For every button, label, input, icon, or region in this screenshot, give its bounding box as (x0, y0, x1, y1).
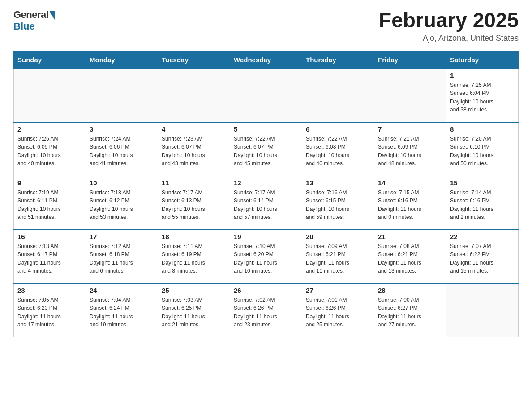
calendar-cell (230, 68, 302, 122)
day-info: Sunrise: 7:20 AM Sunset: 6:10 PM Dayligh… (450, 135, 515, 168)
day-info: Sunrise: 7:03 AM Sunset: 6:25 PM Dayligh… (162, 296, 226, 329)
day-info: Sunrise: 7:13 AM Sunset: 6:17 PM Dayligh… (17, 242, 82, 275)
day-number: 28 (378, 287, 442, 294)
day-number: 2 (17, 125, 82, 133)
calendar-cell (446, 283, 519, 337)
day-info: Sunrise: 7:17 AM Sunset: 6:14 PM Dayligh… (234, 188, 298, 222)
day-number: 16 (17, 233, 82, 240)
calendar-cell: 15Sunrise: 7:14 AM Sunset: 6:16 PM Dayli… (446, 176, 519, 230)
calendar-cell: 6Sunrise: 7:22 AM Sunset: 6:08 PM Daylig… (302, 122, 374, 176)
day-info: Sunrise: 7:21 AM Sunset: 6:09 PM Dayligh… (378, 135, 442, 168)
day-info: Sunrise: 7:09 AM Sunset: 6:21 PM Dayligh… (306, 242, 370, 275)
day-number: 22 (450, 233, 515, 240)
calendar-cell: 2Sunrise: 7:25 AM Sunset: 6:05 PM Daylig… (14, 122, 86, 176)
day-number: 10 (90, 179, 154, 187)
day-number: 4 (162, 125, 226, 133)
day-number: 1 (450, 72, 515, 79)
day-number: 6 (306, 125, 370, 133)
calendar-cell: 18Sunrise: 7:11 AM Sunset: 6:19 PM Dayli… (158, 230, 230, 283)
calendar-week-row: 1Sunrise: 7:25 AM Sunset: 6:04 PM Daylig… (14, 68, 519, 122)
day-number: 8 (450, 125, 515, 133)
logo-blue-text: Blue (13, 21, 35, 32)
calendar-week-row: 16Sunrise: 7:13 AM Sunset: 6:17 PM Dayli… (14, 230, 519, 283)
day-number: 24 (90, 287, 154, 294)
day-number: 15 (450, 179, 515, 187)
calendar-cell: 20Sunrise: 7:09 AM Sunset: 6:21 PM Dayli… (302, 230, 374, 283)
day-info: Sunrise: 7:04 AM Sunset: 6:24 PM Dayligh… (90, 296, 154, 329)
weekday-header-wednesday: Wednesday (230, 51, 302, 68)
day-info: Sunrise: 7:25 AM Sunset: 6:04 PM Dayligh… (450, 81, 515, 114)
calendar-cell: 22Sunrise: 7:07 AM Sunset: 6:22 PM Dayli… (446, 230, 519, 283)
calendar-cell: 27Sunrise: 7:01 AM Sunset: 6:26 PM Dayli… (302, 283, 374, 337)
calendar-cell: 16Sunrise: 7:13 AM Sunset: 6:17 PM Dayli… (14, 230, 86, 283)
day-info: Sunrise: 7:19 AM Sunset: 6:11 PM Dayligh… (17, 188, 82, 222)
calendar-cell (374, 68, 446, 122)
calendar-cell (302, 68, 374, 122)
weekday-header-monday: Monday (86, 51, 158, 68)
day-number: 3 (90, 125, 154, 133)
logo: General Blue (13, 9, 55, 32)
day-info: Sunrise: 7:17 AM Sunset: 6:13 PM Dayligh… (162, 188, 226, 222)
day-info: Sunrise: 7:02 AM Sunset: 6:26 PM Dayligh… (234, 296, 298, 329)
day-number: 9 (17, 179, 82, 187)
calendar-cell: 4Sunrise: 7:23 AM Sunset: 6:07 PM Daylig… (158, 122, 230, 176)
day-info: Sunrise: 7:23 AM Sunset: 6:07 PM Dayligh… (162, 135, 226, 168)
day-info: Sunrise: 7:16 AM Sunset: 6:15 PM Dayligh… (306, 188, 370, 222)
calendar-location: Ajo, Arizona, United States (379, 34, 519, 43)
calendar-title: February 2025 (379, 9, 519, 32)
calendar-cell: 24Sunrise: 7:04 AM Sunset: 6:24 PM Dayli… (86, 283, 158, 337)
day-info: Sunrise: 7:05 AM Sunset: 6:23 PM Dayligh… (17, 296, 82, 329)
day-info: Sunrise: 7:22 AM Sunset: 6:07 PM Dayligh… (234, 135, 298, 168)
logo-arrow-icon (49, 11, 55, 20)
day-number: 23 (17, 287, 82, 294)
calendar-cell: 12Sunrise: 7:17 AM Sunset: 6:14 PM Dayli… (230, 176, 302, 230)
day-info: Sunrise: 7:24 AM Sunset: 6:06 PM Dayligh… (90, 135, 154, 168)
weekday-header-sunday: Sunday (14, 51, 86, 68)
day-number: 21 (378, 233, 442, 240)
day-number: 5 (234, 125, 298, 133)
day-info: Sunrise: 7:22 AM Sunset: 6:08 PM Dayligh… (306, 135, 370, 168)
weekday-header-saturday: Saturday (446, 51, 519, 68)
title-block: February 2025 Ajo, Arizona, United State… (379, 9, 519, 43)
weekday-header-tuesday: Tuesday (158, 51, 230, 68)
day-info: Sunrise: 7:12 AM Sunset: 6:18 PM Dayligh… (90, 242, 154, 275)
calendar-cell: 3Sunrise: 7:24 AM Sunset: 6:06 PM Daylig… (86, 122, 158, 176)
day-number: 25 (162, 287, 226, 294)
weekday-header-thursday: Thursday (302, 51, 374, 68)
day-info: Sunrise: 7:01 AM Sunset: 6:26 PM Dayligh… (306, 296, 370, 329)
day-info: Sunrise: 7:11 AM Sunset: 6:19 PM Dayligh… (162, 242, 226, 275)
calendar-cell: 8Sunrise: 7:20 AM Sunset: 6:10 PM Daylig… (446, 122, 519, 176)
day-number: 7 (378, 125, 442, 133)
day-number: 19 (234, 233, 298, 240)
calendar-header-row: SundayMondayTuesdayWednesdayThursdayFrid… (14, 51, 519, 68)
day-info: Sunrise: 7:10 AM Sunset: 6:20 PM Dayligh… (234, 242, 298, 275)
day-info: Sunrise: 7:25 AM Sunset: 6:05 PM Dayligh… (17, 135, 82, 168)
calendar-cell: 17Sunrise: 7:12 AM Sunset: 6:18 PM Dayli… (86, 230, 158, 283)
day-number: 27 (306, 287, 370, 294)
day-number: 20 (306, 233, 370, 240)
day-info: Sunrise: 7:08 AM Sunset: 6:21 PM Dayligh… (378, 242, 442, 275)
day-info: Sunrise: 7:07 AM Sunset: 6:22 PM Dayligh… (450, 242, 515, 275)
day-number: 11 (162, 179, 226, 187)
day-number: 14 (378, 179, 442, 187)
calendar-cell: 14Sunrise: 7:15 AM Sunset: 6:16 PM Dayli… (374, 176, 446, 230)
calendar-week-row: 23Sunrise: 7:05 AM Sunset: 6:23 PM Dayli… (14, 283, 519, 337)
day-info: Sunrise: 7:15 AM Sunset: 6:16 PM Dayligh… (378, 188, 442, 222)
day-number: 13 (306, 179, 370, 187)
calendar-cell (86, 68, 158, 122)
calendar-cell: 13Sunrise: 7:16 AM Sunset: 6:15 PM Dayli… (302, 176, 374, 230)
calendar-cell (158, 68, 230, 122)
calendar-cell: 10Sunrise: 7:18 AM Sunset: 6:12 PM Dayli… (86, 176, 158, 230)
day-info: Sunrise: 7:14 AM Sunset: 6:16 PM Dayligh… (450, 188, 515, 222)
page-header: General Blue February 2025 Ajo, Arizona,… (13, 9, 519, 43)
calendar-cell: 23Sunrise: 7:05 AM Sunset: 6:23 PM Dayli… (14, 283, 86, 337)
calendar-week-row: 2Sunrise: 7:25 AM Sunset: 6:05 PM Daylig… (14, 122, 519, 176)
calendar-table: SundayMondayTuesdayWednesdayThursdayFrid… (13, 51, 519, 338)
calendar-cell: 7Sunrise: 7:21 AM Sunset: 6:09 PM Daylig… (374, 122, 446, 176)
calendar-cell: 1Sunrise: 7:25 AM Sunset: 6:04 PM Daylig… (446, 68, 519, 122)
day-number: 12 (234, 179, 298, 187)
day-number: 17 (90, 233, 154, 240)
calendar-cell: 19Sunrise: 7:10 AM Sunset: 6:20 PM Dayli… (230, 230, 302, 283)
calendar-cell: 5Sunrise: 7:22 AM Sunset: 6:07 PM Daylig… (230, 122, 302, 176)
calendar-cell: 21Sunrise: 7:08 AM Sunset: 6:21 PM Dayli… (374, 230, 446, 283)
